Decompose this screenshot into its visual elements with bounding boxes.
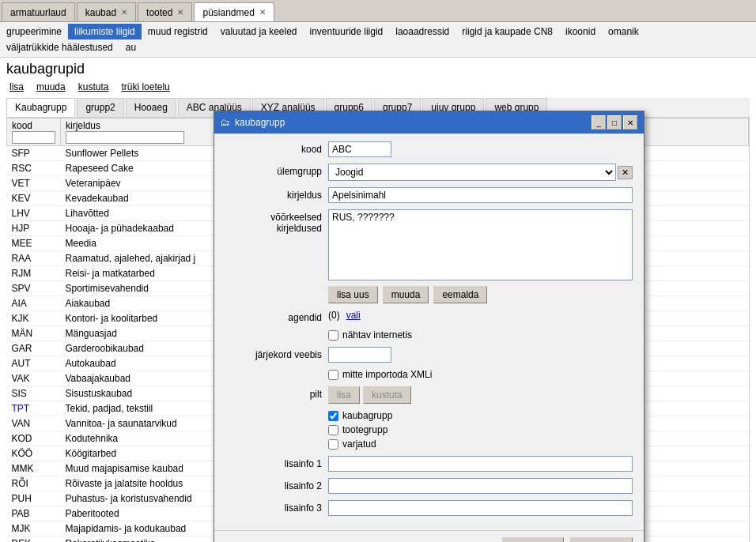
lisainfo2-label: lisainfo 2 [225,478,328,491]
lisainfo1-control [328,456,633,472]
kaubagrupp-dialog: 🗂 kaubagrupp _ □ ✕ kood ülemgrupp [214,111,644,542]
lisainfo1-label: lisainfo 1 [225,456,328,469]
dialog-title-left: 🗂 kaubagrupp [221,117,285,128]
pilt-buttons: lisa kustuta [328,386,633,404]
xml-checkbox[interactable] [328,370,338,380]
kaubagrupp-check-label[interactable]: kaubagrupp [328,410,633,421]
lisainfo2-row: lisainfo 2 [225,478,633,494]
agendid-row: agendid (0) vali [225,310,633,323]
lisainfo3-row: lisainfo 3 [225,500,633,516]
nahtav-checkbox-row: nähtav internetis [328,329,633,341]
dialog-header-controls: _ □ ✕ [592,115,637,130]
nahtav-control: nähtav internetis [328,329,633,341]
lisainfo1-row: lisainfo 1 [225,456,633,472]
agendid-control: (0) vali [328,310,633,321]
nahtav-row: nähtav internetis [225,329,633,341]
trans-eemalda[interactable]: eemalda [433,286,487,303]
xml-control: mitte importoda XMLi [328,369,633,380]
nahtav-checkbox[interactable] [328,330,338,341]
pilt-kustuta-btn[interactable]: kustuta [363,386,411,404]
lisainfo1-input[interactable] [328,456,633,472]
trans-muuda[interactable]: muuda [383,286,429,303]
lisainfo3-input[interactable] [328,500,633,516]
dialog-overlay: 🗂 kaubagrupp _ □ ✕ kood ülemgrupp [0,0,756,542]
varjatud-checkbox[interactable] [328,439,338,450]
agendid-count: (0) [328,310,340,321]
agendid-label: agendid [225,310,328,323]
jarjekord-input[interactable] [328,347,391,363]
varjatud-check-label[interactable]: varjatud [328,438,633,450]
dialog-icon: 🗂 [221,117,230,128]
voorkeelsed-row: võõrkeelsed kirjeldused RUS, ??????? lis… [225,209,633,303]
ulemgrupp-row: ülemgrupp Joogid ✕ [225,164,633,181]
dialog-close[interactable]: ✕ [623,115,637,130]
group-checks-row: kaubagrupp tootegrupp varjatud [225,410,633,450]
pilt-label: pilt [225,386,328,400]
dialog-footer: salvesta katkesta [214,530,644,542]
jarjekord-row: järjekord veebis [225,347,633,363]
pilt-row: pilt lisa kustuta [225,386,633,404]
dialog-title: kaubagrupp [235,117,285,128]
ulemgrupp-select[interactable]: Joogid [328,164,616,181]
voorkeelsed-textarea[interactable]: RUS, ??????? [328,209,633,280]
agendid-vali-link[interactable]: vali [346,310,361,321]
kood-control [328,141,633,157]
dialog-body: kood ülemgrupp Joogid ✕ kirjeldus [214,134,644,530]
ulemgrupp-clear[interactable]: ✕ [618,166,633,179]
kirjeldus-label: kirjeldus [225,187,328,201]
katkesta-btn[interactable]: katkesta [570,537,633,542]
trans-lisa-uus[interactable]: lisa uus [328,286,378,303]
kood-label: kood [225,141,328,155]
kood-input[interactable] [328,141,391,157]
xml-checkbox-row: mitte importoda XMLi [328,369,633,380]
lisainfo3-label: lisainfo 3 [225,500,328,514]
dialog-header: 🗂 kaubagrupp _ □ ✕ [214,111,644,134]
jarjekord-label: järjekord veebis [225,347,328,360]
xml-row: mitte importoda XMLi [225,369,633,380]
ulemgrupp-control: Joogid ✕ [328,164,633,181]
kirjeldus-input[interactable] [328,187,633,203]
lisainfo2-input[interactable] [328,478,633,494]
voorkeelsed-control: RUS, ??????? lisa uus muuda eemalda [328,209,633,303]
kirjeldus-row: kirjeldus [225,187,633,203]
ulemgrupp-label: ülemgrupp [225,164,328,177]
group-checks-control: kaubagrupp tootegrupp varjatud [328,410,633,450]
tootegrupp-checkbox[interactable] [328,425,338,435]
nahtav-label[interactable]: nähtav internetis [342,329,412,341]
lisainfo2-control [328,478,633,494]
kood-row: kood [225,141,633,157]
kirjeldus-control [328,187,633,203]
dialog-maximize[interactable]: □ [607,115,622,130]
xml-label[interactable]: mitte importoda XMLi [342,369,432,380]
jarjekord-control [328,347,633,363]
tootegrupp-check-label[interactable]: tootegrupp [328,424,633,435]
kaubagrupp-checkbox[interactable] [328,411,338,421]
translation-buttons: lisa uus muuda eemalda [328,286,633,303]
dialog-minimize[interactable]: _ [592,115,606,130]
xml-label-spacer [225,369,328,371]
pilt-control: lisa kustuta [328,386,633,404]
pilt-lisa-btn[interactable]: lisa [328,386,360,404]
voorkeelsed-label: võõrkeelsed kirjeldused [225,209,328,234]
nahtav-label-spacer [225,329,328,332]
salvesta-btn[interactable]: salvesta [502,537,564,542]
group-checks-spacer [225,410,328,412]
group-checks: kaubagrupp tootegrupp varjatud [328,410,633,450]
lisainfo3-control [328,500,633,516]
